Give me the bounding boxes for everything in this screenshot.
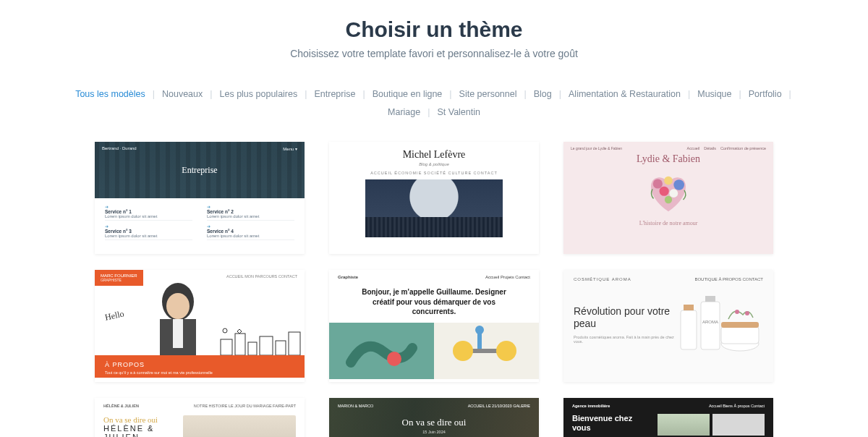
svg-point-20 [496,341,516,361]
theme-card-michel-lefevre[interactable]: Michel Lefèvre Blog & politique ACCUEIL … [329,142,539,254]
page-title: Choisir un thème [0,17,868,42]
thumb-nav-item: Accueil [686,146,699,150]
thumb-brand: COSMÉTIQUE AROMA [574,277,631,281]
svg-point-5 [665,196,672,203]
thumb-service-item: Service n° 4Lorem ipsum dolor sit amet [207,224,294,240]
svg-rect-11 [235,334,245,355]
thumb-nav: Accueil Projets Contact [485,275,530,279]
filter-separator: | [358,89,369,99]
svg-rect-15 [289,332,300,355]
svg-rect-13 [260,336,273,355]
thumb-date: 15 Juin 2024 [338,430,530,434]
svg-text:AROMA: AROMA [702,320,718,324]
thumb-sub: Produits cosmétiques aroma. Fait à la ma… [574,335,676,344]
thumb-nav: ACCUEIL LE 21/10/2023 GALERIE [468,404,530,408]
products-illustration: AROMA [676,292,763,357]
filter-bar: Tous les modèles|Nouveaux|Les plus popul… [0,67,868,135]
svg-point-16 [223,328,227,333]
thumb-nav-item: Confirmation de présence [720,146,766,150]
svg-point-31 [735,310,739,314]
filter-separator: | [734,89,745,99]
svg-rect-26 [705,296,715,302]
svg-point-0 [653,179,663,188]
svg-rect-10 [221,339,232,355]
thumb-nav-item: Détails [704,146,716,150]
page-subtitle: Choisissez votre template favori et pers… [0,48,868,59]
thumb-service-item: Service n° 3Lorem ipsum dolor sit amet [105,224,192,240]
filter-separator: | [423,107,434,117]
theme-card-helene-julien[interactable]: HÉLÈNE & JULIEN NOTRE HISTOIRE LE JOUR D… [95,398,305,437]
filter-musique[interactable]: Musique [694,85,734,103]
filter-blog[interactable]: Blog [531,85,555,103]
filter-st-valentin[interactable]: St Valentin [434,103,483,122]
filter-separator: | [205,89,216,99]
thumb-footer-sub: Tout ce qu'il y a à connaître sur moi et… [105,370,294,375]
filter-entreprise[interactable]: Entreprise [311,85,358,103]
svg-point-1 [673,179,684,190]
thumb-image-row [658,414,765,436]
city-doodle-icon [218,326,305,355]
thumb-hero-title: Entreprise [182,165,217,176]
thumb-footer: L'histoire de notre amour [571,220,766,226]
svg-rect-12 [248,342,257,355]
thumb-footer-title: À PROPOS [105,361,294,368]
thumb-nav: BOUTIQUE À PROPOS CONTACT [694,277,763,281]
filter-tous-les-mod-les[interactable]: Tous les modèles [72,85,148,103]
thumb-nav: Menu ▾ [283,146,297,151]
thumb-badge: MARC FOURNIER GRAPHISTE [95,270,143,286]
thumb-headline: Révolution pour votre peau [574,305,676,331]
svg-rect-23 [681,310,697,349]
filter-separator: | [684,89,694,99]
svg-point-3 [660,187,669,196]
theme-card-agence-immobiliere[interactable]: Agence immobilière Accueil Biens À propo… [563,398,773,437]
svg-point-7 [166,293,190,319]
thumb-tagline: Le grand jour de Lydie & Fabien [571,146,622,150]
theme-card-graphiste[interactable]: Graphiste Accueil Projets Contact Bonjou… [329,270,539,382]
filter-separator: | [148,89,159,99]
theme-card-entreprise[interactable]: Bertrand · Durand Menu ▾ Entreprise Serv… [95,142,305,254]
filter-boutique-en-ligne[interactable]: Boutique en ligne [370,85,446,103]
svg-rect-24 [684,305,694,310]
filter-separator: | [785,89,796,99]
person-illustration [138,277,218,355]
badge-role: GRAPHISTE [101,278,137,282]
svg-point-22 [475,326,484,334]
filter-les-plus-populaires[interactable]: Les plus populaires [217,85,301,103]
thumb-subtitle: Blog & politique [329,162,539,166]
thumb-service-item: Service n° 1Lorem ipsum dolor sit amet [105,204,192,221]
theme-card-marion-marco[interactable]: MARION & MARCO ACCUEIL LE 21/10/2023 GAL… [329,398,539,437]
thumb-image-row [329,323,539,379]
theme-card-marc-fournier[interactable]: MARC FOURNIER GRAPHISTE ACCUEIL MON PARC… [95,270,305,382]
thumb-nav: ACCUEIL MON PARCOURS CONTACT [226,274,297,279]
thumb-nav: NOTRE HISTOIRE LE JOUR DU MARIAGE FAIRE-… [194,404,296,408]
thumb-script: On va se dire oui [103,415,176,424]
theme-card-cosmetique-aroma[interactable]: COSMÉTIQUE AROMA BOUTIQUE À PROPOS CONTA… [563,270,773,382]
filter-alimentation-restauration[interactable]: Alimentation & Restauration [566,85,684,103]
filter-separator: | [445,89,456,99]
filter-nouveaux[interactable]: Nouveaux [159,85,205,103]
filter-site-personnel[interactable]: Site personnel [456,85,520,103]
theme-grid: Bertrand · Durand Menu ▾ Entreprise Serv… [0,135,868,437]
filter-portfolio[interactable]: Portfolio [746,85,785,103]
filter-mariage[interactable]: Mariage [385,103,423,122]
svg-rect-29 [721,326,759,344]
floral-heart-icon [639,168,697,216]
thumb-nav: Accueil Biens À propos Contact [709,404,765,408]
svg-rect-9 [173,319,183,348]
svg-point-32 [745,311,749,315]
thumb-title: On va se dire oui [338,417,530,428]
theme-card-lydie-fabien[interactable]: Le grand jour de Lydie & Fabien Accueil … [563,142,773,254]
thumb-nav: ACCUEIL ÉCONOMIE SOCIÉTÉ CULTURE CONTACT [329,171,539,175]
page-header: Choisir un thème Choisissez votre templa… [0,0,868,67]
svg-point-4 [669,189,678,198]
svg-point-2 [664,177,673,185]
thumb-brand: Bertrand · Durand [102,146,137,151]
thumb-hero-image [365,179,503,237]
thumb-photo [183,415,296,437]
thumb-service-item: Service n° 2Lorem ipsum dolor sit amet [207,204,294,221]
thumb-brand: Graphiste [338,275,358,279]
svg-point-17 [387,352,401,366]
thumb-brand: Agence immobilière [572,404,610,408]
svg-point-19 [453,341,473,361]
svg-rect-14 [276,341,286,355]
